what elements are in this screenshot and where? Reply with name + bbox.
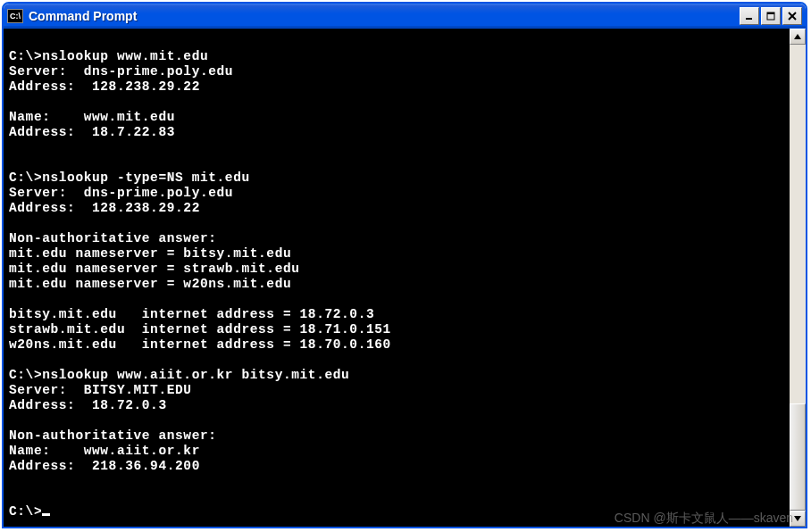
command-prompt-window: C:\ Command Prompt bbox=[2, 2, 807, 528]
chevron-up-icon bbox=[794, 34, 801, 39]
svg-marker-5 bbox=[794, 34, 801, 39]
maximize-icon bbox=[766, 12, 775, 21]
scrollbar-track[interactable] bbox=[790, 45, 806, 511]
vertical-scrollbar[interactable] bbox=[790, 29, 806, 527]
close-button[interactable] bbox=[782, 7, 802, 25]
cmd-icon: C:\ bbox=[7, 9, 23, 23]
titlebar[interactable]: C:\ Command Prompt bbox=[4, 4, 806, 29]
svg-rect-0 bbox=[746, 18, 752, 20]
maximize-button[interactable] bbox=[761, 7, 781, 25]
chevron-down-icon bbox=[794, 516, 801, 521]
window-controls bbox=[740, 7, 802, 25]
cmd-icon-text: C:\ bbox=[10, 12, 21, 21]
window-title: Command Prompt bbox=[29, 9, 740, 23]
scroll-down-button[interactable] bbox=[790, 511, 806, 527]
minimize-button[interactable] bbox=[740, 7, 759, 25]
terminal-output[interactable]: C:\>nslookup www.mit.edu Server: dns-pri… bbox=[4, 29, 790, 527]
terminal-area: C:\>nslookup www.mit.edu Server: dns-pri… bbox=[4, 29, 806, 527]
scrollbar-thumb[interactable] bbox=[790, 403, 806, 511]
terminal-cursor bbox=[42, 513, 50, 516]
scroll-up-button[interactable] bbox=[790, 29, 806, 45]
svg-rect-2 bbox=[767, 12, 774, 14]
close-icon bbox=[788, 12, 797, 21]
minimize-icon bbox=[745, 12, 754, 21]
svg-marker-6 bbox=[794, 516, 801, 521]
